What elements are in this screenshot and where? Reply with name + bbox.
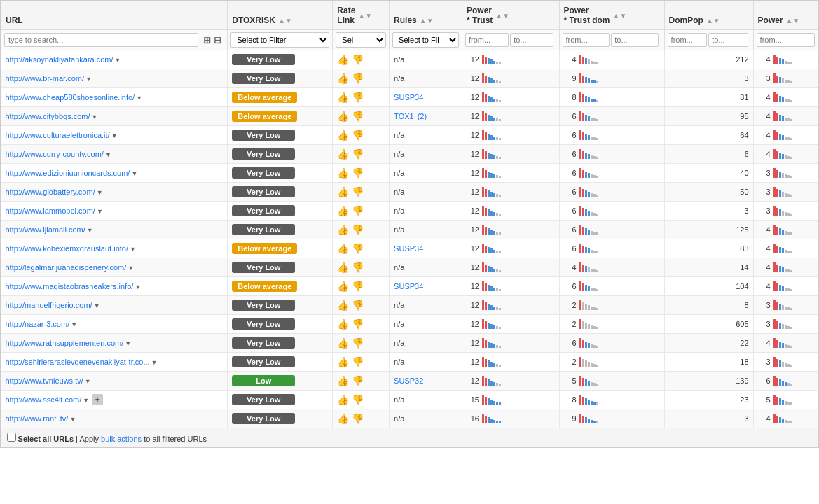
thumb-icons[interactable]: 👍 👎 xyxy=(337,73,364,84)
url-link[interactable]: http://www.br-mar.com/ xyxy=(6,74,84,83)
dompop-val: 23 xyxy=(740,396,748,404)
url-link[interactable]: http://www.globattery.com/ xyxy=(6,188,95,196)
rules-link[interactable]: SUSP32 xyxy=(394,377,423,385)
table-row: http://www.magistaobrasneakers.info/▼Bel… xyxy=(1,277,818,296)
power-from-input[interactable] xyxy=(757,33,815,47)
thumb-icons[interactable]: 👍 👎 xyxy=(337,111,364,122)
url-link[interactable]: http://www.ssc4it.com/ xyxy=(6,396,82,404)
ratelink-filter-select[interactable]: Sel xyxy=(336,32,386,48)
thumb-icons[interactable]: 👍 👎 xyxy=(337,92,364,103)
thumb-icons[interactable]: 👍 👎 xyxy=(337,394,364,405)
url-dropdown-arrow[interactable]: ▼ xyxy=(87,227,93,234)
url-link[interactable]: http://manuelfrigerio.com/ xyxy=(6,301,92,309)
url-link[interactable]: http://www.curry-county.com/ xyxy=(6,150,104,158)
url-dropdown-arrow[interactable]: ▼ xyxy=(151,359,158,366)
url-dropdown-arrow[interactable]: ▼ xyxy=(85,76,92,83)
thumb-icons[interactable]: 👍 👎 xyxy=(337,300,364,311)
col-header-dtox[interactable]: DTOXRISK ▲▼ xyxy=(228,1,333,30)
power-trust-val: 12 xyxy=(467,377,479,385)
url-dropdown-arrow[interactable]: ▼ xyxy=(97,208,103,215)
url-dropdown-arrow[interactable]: ▼ xyxy=(83,397,89,404)
powertrustdom-from-input[interactable] xyxy=(563,33,610,47)
url-link[interactable]: http://legalmarijuanadispenery.com/ xyxy=(6,263,127,272)
col-header-powertrust[interactable]: Power* Trust ▲▼ xyxy=(462,1,560,30)
select-all-checkbox[interactable] xyxy=(7,433,16,442)
url-link[interactable]: http://www.iammoppi.com/ xyxy=(6,206,95,215)
url-dropdown-arrow[interactable]: ▼ xyxy=(125,340,131,347)
rules-filter-select[interactable]: Select to Fil xyxy=(392,32,459,48)
url-dropdown-arrow[interactable]: ▼ xyxy=(131,170,137,177)
thumb-icons[interactable]: 👍 👎 xyxy=(337,54,364,65)
col-header-url[interactable]: URL xyxy=(1,1,228,30)
rules-link[interactable]: SUSP34 xyxy=(394,244,423,253)
thumb-icons[interactable]: 👍 👎 xyxy=(337,167,364,178)
url-link[interactable]: http://www.kobexiemxdrauslauf.info/ xyxy=(6,244,128,253)
thumb-icons[interactable]: 👍 👎 xyxy=(337,375,364,386)
url-link[interactable]: http://www.rathsupplementen.com/ xyxy=(6,339,124,347)
thumb-icons[interactable]: 👍 👎 xyxy=(337,148,364,160)
filter-clear-icon[interactable]: ⊟ xyxy=(214,35,221,46)
rules-link[interactable]: TOX1 xyxy=(394,112,414,120)
thumb-icons[interactable]: 👍 👎 xyxy=(337,337,364,349)
col-header-power[interactable]: Power ▲▼ xyxy=(753,1,818,30)
dompop-to-input[interactable] xyxy=(708,33,748,47)
dtox-cell: Very Low xyxy=(228,334,333,353)
url-dropdown-arrow[interactable]: ▼ xyxy=(135,284,141,290)
url-dropdown-arrow[interactable]: ▼ xyxy=(97,189,103,196)
col-header-powertrustdom[interactable]: Power* Trust dom ▲▼ xyxy=(559,1,664,30)
power-trust-cell: 12 xyxy=(462,164,560,183)
url-dropdown-arrow[interactable]: ▼ xyxy=(115,57,121,64)
power-trust-dom-cell: 6 xyxy=(559,107,664,126)
powertrustdom-to-input[interactable] xyxy=(611,33,659,47)
url-dropdown-arrow[interactable]: ▼ xyxy=(85,378,91,385)
url-dropdown-arrow[interactable]: ▼ xyxy=(111,132,118,139)
url-dropdown-arrow[interactable]: ▼ xyxy=(69,416,76,423)
url-link[interactable]: http://www.edizioniuunioncards.com/ xyxy=(6,169,130,177)
dtox-filter-select[interactable]: Select to Filter xyxy=(230,32,329,48)
url-dropdown-arrow[interactable]: ▼ xyxy=(105,151,111,158)
filter-active-icon[interactable]: ⊞ xyxy=(203,35,211,46)
filter-icons: ⊞ ⊟ xyxy=(200,35,224,46)
thumb-icons[interactable]: 👍 👎 xyxy=(337,224,364,235)
url-dropdown-arrow[interactable]: ▼ xyxy=(136,94,142,102)
rules-link[interactable]: SUSP34 xyxy=(394,282,423,290)
url-link[interactable]: http://aksoynakliyatankara.com/ xyxy=(6,55,113,64)
thumb-icons[interactable]: 👍 👎 xyxy=(337,262,364,273)
url-link[interactable]: http://www.magistaobrasneakers.info/ xyxy=(6,282,134,290)
plus-icon[interactable]: + xyxy=(92,394,103,405)
url-link[interactable]: http://www.ijiamall.com/ xyxy=(6,225,85,234)
url-link[interactable]: http://www.cheap580shoesonline.info/ xyxy=(6,93,135,102)
rules-link[interactable]: SUSP34 xyxy=(394,93,423,102)
url-dropdown-arrow[interactable]: ▼ xyxy=(128,265,134,272)
bulk-actions-link[interactable]: bulk actions xyxy=(101,435,142,443)
thumb-icons[interactable]: 👍 👎 xyxy=(337,186,364,197)
url-dropdown-arrow[interactable]: ▼ xyxy=(94,302,100,309)
url-link[interactable]: http://www.citybbqs.com/ xyxy=(6,112,90,120)
thumb-icons[interactable]: 👍 👎 xyxy=(337,205,364,216)
dompop-from-input[interactable] xyxy=(668,33,708,47)
powertrust-to-input[interactable] xyxy=(510,33,553,47)
thumb-icons[interactable]: 👍 👎 xyxy=(337,281,364,292)
thumb-icons[interactable]: 👍 👎 xyxy=(337,130,364,141)
col-header-dompop[interactable]: DomPop ▲▼ xyxy=(664,1,753,30)
url-link[interactable]: http://www.culturaelettronica.it/ xyxy=(6,131,110,139)
powertrust-from-input[interactable] xyxy=(465,33,509,47)
url-dropdown-arrow[interactable]: ▼ xyxy=(71,321,77,328)
url-cell: http://aksoynakliyatankara.com/▼ xyxy=(1,50,228,69)
url-link[interactable]: http://www.ranti.tv/ xyxy=(6,414,69,423)
col-header-rules[interactable]: Rules ▲▼ xyxy=(390,1,462,30)
power-trust-dom-cell: 6 xyxy=(559,239,664,258)
rules-cell: SUSP34 xyxy=(390,88,462,107)
url-dropdown-arrow[interactable]: ▼ xyxy=(92,113,98,120)
url-link[interactable]: http://nazar-3.com/ xyxy=(6,320,70,328)
url-search-input[interactable] xyxy=(4,33,198,47)
url-dropdown-arrow[interactable]: ▼ xyxy=(130,246,136,253)
url-link[interactable]: http://sehirlerarasievdenevenakliyat-tr.… xyxy=(6,358,150,366)
select-all-label[interactable]: Select all URLs xyxy=(18,435,74,443)
thumb-icons[interactable]: 👍 👎 xyxy=(337,356,364,368)
thumb-icons[interactable]: 👍 👎 xyxy=(337,413,364,424)
url-link[interactable]: http://www.tvnieuws.tv/ xyxy=(6,377,83,385)
thumb-icons[interactable]: 👍 👎 xyxy=(337,318,364,330)
col-header-ratelink[interactable]: RateLink ▲▼ xyxy=(333,1,390,30)
thumb-icons[interactable]: 👍 👎 xyxy=(337,243,364,254)
